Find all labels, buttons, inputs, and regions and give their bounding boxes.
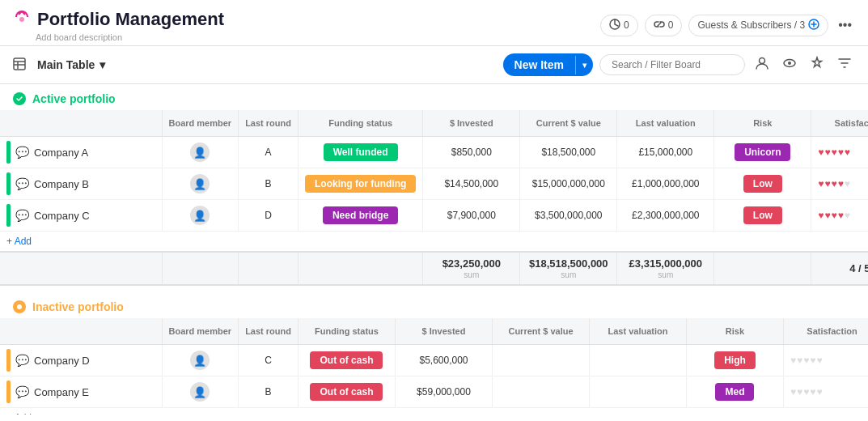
current-value-cell <box>492 376 589 408</box>
heart-3: ♥ <box>832 147 837 158</box>
satisfaction-cell: ♥♥♥♥♥ <box>783 345 868 376</box>
heart-3: ♥ <box>832 210 837 221</box>
col-last-round-i: Last round <box>239 318 299 345</box>
activity-pill[interactable]: 0 <box>600 15 638 36</box>
table-row[interactable]: 💬 Company D 👤 C Out of cash $5,600,000 H… <box>0 345 868 376</box>
search-input[interactable] <box>599 54 745 75</box>
sum-invested-value: $23,250,000 <box>430 257 513 270</box>
chat-icon[interactable]: 💬 <box>15 146 29 159</box>
toolbar-right: New Item ▾ <box>503 53 855 77</box>
satisfaction-cell: ♥♥♥♥♥ <box>783 376 868 408</box>
heart-2: ♥ <box>797 386 802 398</box>
last-valuation-cell: £15,000,000 <box>617 137 714 168</box>
risk-cell: Low <box>714 200 811 232</box>
col-board-member: Board member <box>162 110 239 137</box>
sum-round <box>239 252 299 285</box>
current-value-cell: $15,000,000,000 <box>520 168 617 200</box>
chat-icon[interactable]: 💬 <box>15 209 29 222</box>
heart-3: ♥ <box>803 386 809 398</box>
company-name: Company A <box>34 147 88 159</box>
add-row[interactable]: + Add <box>0 232 868 253</box>
group-bar <box>6 172 11 195</box>
board-member-cell: 👤 <box>162 345 239 376</box>
heart-1: ♥ <box>818 210 824 221</box>
chat-icon[interactable]: 💬 <box>15 385 29 398</box>
funding-status-cell: Need bridge <box>298 200 422 232</box>
table-row[interactable]: 💬 Company A 👤 A Well funded $850,000 $18… <box>0 137 868 168</box>
heart-5: ♥ <box>816 386 822 398</box>
new-item-label[interactable]: New Item <box>503 53 575 76</box>
main-table-label: Main Table <box>37 58 95 71</box>
current-value-cell: $3,500,000,000 <box>520 200 617 232</box>
filter-icon[interactable] <box>834 53 855 77</box>
add-item-cell[interactable]: + Add <box>0 408 868 415</box>
heart-1: ♥ <box>790 386 796 398</box>
avatar: 👤 <box>190 351 210 370</box>
add-item-label[interactable]: + Add <box>6 412 32 415</box>
eye-icon[interactable] <box>779 53 800 77</box>
heart-2: ♥ <box>824 178 830 189</box>
user-icon[interactable] <box>752 53 773 77</box>
table-row[interactable]: 💬 Company C 👤 D Need bridge $7,900,000 $… <box>0 200 868 232</box>
guests-pill[interactable]: Guests & Subscribers / 3 <box>688 15 828 36</box>
board-member-cell: 👤 <box>162 168 239 200</box>
heart-3: ♥ <box>803 355 809 366</box>
heart-1: ♥ <box>818 178 824 189</box>
satisfaction-hearts: ♥♥♥♥♥ <box>818 147 868 158</box>
risk-badge: Low <box>743 206 782 224</box>
heart-4: ♥ <box>838 147 844 158</box>
funding-status-cell: Looking for funding <box>298 168 422 200</box>
svg-point-0 <box>19 17 24 22</box>
col-funding-status: Funding status <box>298 110 422 137</box>
toolbar: Main Table ▾ New Item ▾ <box>0 46 868 84</box>
page-title: Portfolio Management <box>37 9 224 30</box>
risk-cell: High <box>686 345 783 376</box>
inactive-portfolio-header: Inactive portfolio <box>0 292 868 318</box>
heart-1: ♥ <box>818 147 824 158</box>
risk-badge: High <box>714 351 756 369</box>
sum-invested: $23,250,000sum <box>423 252 520 285</box>
heart-1: ♥ <box>790 355 796 366</box>
risk-badge: Med <box>715 383 754 401</box>
link-pill[interactable]: 0 <box>645 15 683 36</box>
sum-satisfaction: 4 / 5 <box>811 252 868 285</box>
board-description[interactable]: Add board description <box>36 32 224 42</box>
group-bar <box>6 204 11 227</box>
col-name <box>0 110 162 137</box>
chat-icon[interactable]: 💬 <box>15 354 29 367</box>
inactive-group-label: Inactive portfolio <box>32 300 124 313</box>
more-options-icon[interactable]: ••• <box>835 15 855 36</box>
last-round-cell: B <box>239 376 299 408</box>
row-name-cell[interactable]: 💬 Company A <box>0 137 162 168</box>
table-row[interactable]: 💬 Company B 👤 B Looking for funding $14,… <box>0 168 868 200</box>
company-name: Company E <box>34 386 89 398</box>
row-name-cell[interactable]: 💬 Company E <box>0 376 162 408</box>
app-title-icon <box>13 8 31 31</box>
sum-empty <box>0 252 162 285</box>
sum-valuation-label: sum <box>658 270 673 279</box>
row-name-cell[interactable]: 💬 Company D <box>0 345 162 376</box>
add-row[interactable]: + Add <box>0 408 868 415</box>
risk-cell: Low <box>714 168 811 200</box>
heart-4: ♥ <box>838 178 844 189</box>
current-value-cell: $18,500,000 <box>520 137 617 168</box>
group-bar <box>6 381 11 403</box>
row-name-cell[interactable]: 💬 Company B <box>0 168 162 200</box>
invested-cell: $14,500,000 <box>423 168 520 200</box>
row-name-cell[interactable]: 💬 Company C <box>0 200 162 232</box>
chat-icon[interactable]: 💬 <box>15 177 29 190</box>
last-round-cell: B <box>239 168 299 200</box>
new-item-dropdown-arrow[interactable]: ▾ <box>575 56 593 74</box>
new-item-button[interactable]: New Item ▾ <box>503 53 593 76</box>
avatar: 👤 <box>190 142 210 162</box>
table-row[interactable]: 💬 Company E 👤 B Out of cash $59,000,000 … <box>0 376 868 408</box>
sum-current: $18,518,500,000sum <box>520 252 617 285</box>
board-member-cell: 👤 <box>162 376 239 408</box>
add-item-label[interactable]: + Add <box>6 236 32 247</box>
add-item-cell[interactable]: + Add <box>0 232 868 253</box>
pin-icon[interactable] <box>807 53 828 77</box>
funding-status-cell: Out of cash <box>298 345 395 376</box>
satisfaction-cell: ♥♥♥♥♥ <box>811 200 868 232</box>
risk-cell: Med <box>686 376 783 408</box>
main-table-button[interactable]: Main Table ▾ <box>31 55 112 74</box>
